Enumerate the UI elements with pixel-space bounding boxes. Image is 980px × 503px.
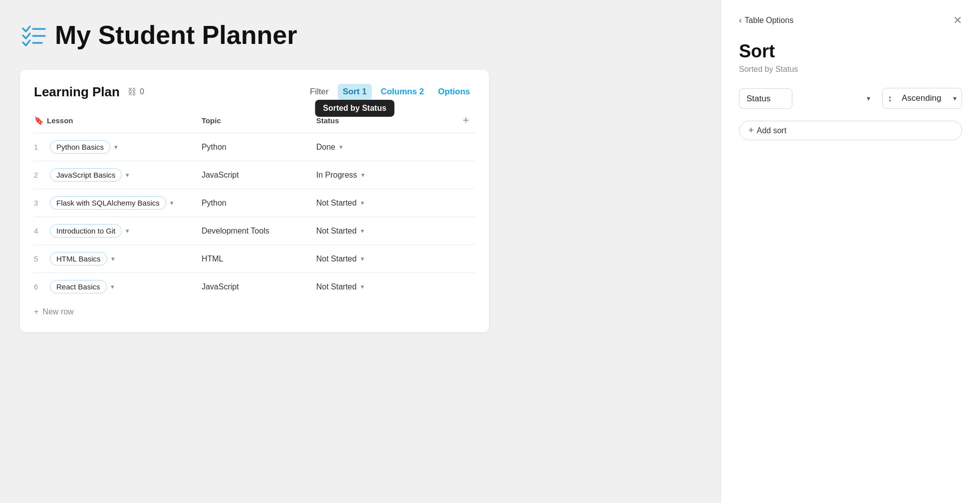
add-sort-label: Add sort — [757, 126, 787, 135]
lesson-dropdown-2[interactable]: ▾ — [170, 199, 174, 207]
toolbar: Filter Sort 1 Sorted by Status Columns 2… — [305, 84, 475, 100]
add-sort-button[interactable]: + Add sort — [739, 121, 962, 140]
lesson-tag-0[interactable]: Python Basics — [50, 140, 110, 154]
cell-topic-4: HTML — [202, 245, 316, 273]
cell-lesson-1: 2 JavaScript Basics ▾ — [34, 161, 202, 189]
logo-icon — [20, 21, 47, 48]
sort-order-chevron: ▾ — [953, 94, 957, 102]
cell-extra-5 — [440, 273, 475, 301]
data-table: 🔖 Lesson Topic Status + 1 Python Basics — [34, 110, 475, 300]
lesson-dropdown-0[interactable]: ▾ — [114, 143, 118, 151]
cell-topic-1: JavaScript — [202, 161, 316, 189]
lesson-tag-3[interactable]: Introduction to Git — [50, 224, 122, 238]
table-header: Learning Plan ⛓ 0 Filter Sort 1 Sorted b… — [34, 84, 475, 100]
row-num-0: 1 — [34, 143, 46, 151]
cell-topic-2: Python — [202, 189, 316, 217]
row-num-2: 3 — [34, 199, 46, 207]
back-chevron: ‹ — [739, 16, 741, 25]
panel-topbar: ‹ Table Options ✕ — [739, 14, 962, 27]
filter-button[interactable]: Filter — [305, 84, 334, 100]
status-dropdown-5[interactable]: ▾ — [361, 283, 364, 290]
new-row-button[interactable]: + New row — [34, 300, 74, 318]
table-row: 1 Python Basics ▾ Python Done ▾ — [34, 133, 475, 161]
table-row: 5 HTML Basics ▾ HTML Not Started ▾ — [34, 245, 475, 273]
status-dropdown-0[interactable]: ▾ — [339, 143, 343, 151]
options-button[interactable]: Options — [433, 84, 475, 100]
link-count: 0 — [140, 87, 144, 96]
back-label: Table Options — [744, 16, 793, 25]
cell-extra-4 — [440, 245, 475, 273]
status-text-4: Not Started — [316, 254, 357, 263]
col-header-lesson: 🔖 Lesson — [34, 110, 202, 133]
sort-panel-subtitle: Sorted by Status — [739, 65, 962, 74]
cell-extra-2 — [440, 189, 475, 217]
row-num-3: 4 — [34, 227, 46, 235]
cell-lesson-3: 4 Introduction to Git ▾ — [34, 217, 202, 245]
table-row: 4 Introduction to Git ▾ Development Tool… — [34, 217, 475, 245]
link-icon: ⛓ — [128, 87, 137, 97]
status-dropdown-4[interactable]: ▾ — [361, 255, 364, 262]
cell-status-1: In Progress ▾ — [316, 161, 440, 189]
status-dropdown-1[interactable]: ▾ — [361, 171, 365, 179]
lesson-dropdown-4[interactable]: ▾ — [111, 255, 115, 262]
page-title: My Student Planner — [55, 20, 297, 50]
sort-field-select[interactable]: Status Lesson Topic — [739, 88, 792, 109]
sort-button[interactable]: Sort 1 — [338, 84, 372, 100]
lesson-tag-1[interactable]: JavaScript Basics — [50, 168, 122, 182]
right-panel: ‹ Table Options ✕ Sort Sorted by Status … — [721, 0, 980, 503]
cell-topic-3: Development Tools — [202, 217, 316, 245]
lesson-tag-2[interactable]: Flask with SQLAlchemy Basics — [50, 196, 166, 210]
status-text-2: Not Started — [316, 199, 357, 208]
lesson-tag-5[interactable]: React Basics — [50, 280, 107, 293]
row-num-5: 6 — [34, 282, 46, 291]
close-button[interactable]: ✕ — [953, 14, 962, 27]
status-text-1: In Progress — [316, 171, 357, 180]
add-column-button[interactable]: + — [463, 114, 469, 127]
row-num-4: 5 — [34, 254, 46, 263]
cell-lesson-2: 3 Flask with SQLAlchemy Basics ▾ — [34, 189, 202, 217]
table-row: 6 React Basics ▾ JavaScript Not Started … — [34, 273, 475, 301]
cell-status-5: Not Started ▾ — [316, 273, 440, 301]
lesson-tag-4[interactable]: HTML Basics — [50, 252, 107, 265]
sort-order-wrap[interactable]: ↕︎ Ascending ▾ — [882, 88, 962, 109]
cell-topic-5: JavaScript — [202, 273, 316, 301]
left-panel: My Student Planner Learning Plan ⛓ 0 Fil… — [0, 0, 721, 503]
lesson-dropdown-1[interactable]: ▾ — [126, 171, 129, 179]
sort-order-icon: ↕︎ — [888, 93, 892, 104]
cell-lesson-0: 1 Python Basics ▾ — [34, 133, 202, 161]
cell-status-3: Not Started ▾ — [316, 217, 440, 245]
cell-status-2: Not Started ▾ — [316, 189, 440, 217]
cell-extra-1 — [440, 161, 475, 189]
table-row: 2 JavaScript Basics ▾ JavaScript In Prog… — [34, 161, 475, 189]
cell-topic-0: Python — [202, 133, 316, 161]
status-dropdown-3[interactable]: ▾ — [361, 227, 364, 235]
table-row: 3 Flask with SQLAlchemy Basics ▾ Python … — [34, 189, 475, 217]
cell-lesson-5: 6 React Basics ▾ — [34, 273, 202, 301]
col-add: + — [440, 110, 475, 133]
lesson-dropdown-3[interactable]: ▾ — [126, 227, 129, 235]
new-row-label: New row — [42, 307, 73, 316]
bookmark-icon: 🔖 — [34, 116, 44, 125]
sort-controls-row: Status Lesson Topic ↕︎ Ascending ▾ — [739, 88, 962, 109]
sort-order-label: Ascending — [902, 93, 941, 103]
sort-tooltip-wrap: Sort 1 Sorted by Status — [338, 84, 372, 100]
table-card: Learning Plan ⛓ 0 Filter Sort 1 Sorted b… — [20, 70, 489, 332]
col-header-status: Status — [316, 110, 440, 133]
columns-button[interactable]: Columns 2 — [376, 84, 429, 100]
row-num-1: 2 — [34, 171, 46, 179]
back-button[interactable]: ‹ Table Options — [739, 16, 793, 25]
cell-lesson-4: 5 HTML Basics ▾ — [34, 245, 202, 273]
cell-extra-0 — [440, 133, 475, 161]
status-dropdown-2[interactable]: ▾ — [361, 199, 364, 207]
sort-panel-title: Sort — [739, 41, 962, 62]
add-sort-plus: + — [748, 125, 754, 136]
status-text-5: Not Started — [316, 282, 357, 291]
page-header: My Student Planner — [20, 20, 701, 50]
new-row-plus: + — [34, 307, 38, 316]
app-logo — [20, 21, 47, 48]
cell-status-0: Done ▾ — [316, 133, 440, 161]
lesson-dropdown-5[interactable]: ▾ — [111, 283, 114, 290]
status-text-3: Not Started — [316, 227, 357, 236]
link-badge: ⛓ 0 — [128, 87, 144, 97]
col-header-topic: Topic — [202, 110, 316, 133]
